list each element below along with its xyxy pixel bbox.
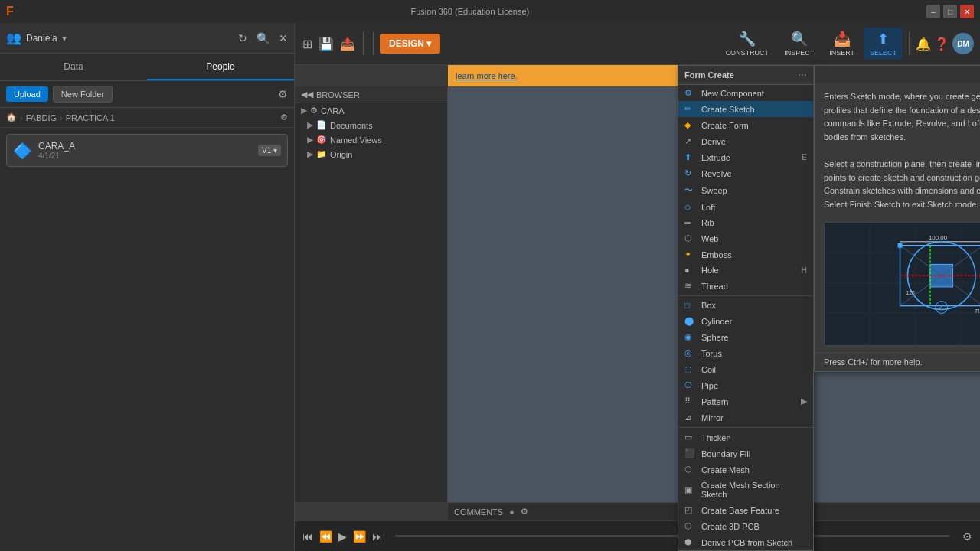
menu-item-boundary-fill[interactable]: ⬛ Boundary Fill bbox=[678, 445, 813, 461]
menu-item-pipe[interactable]: ⎔ Pipe bbox=[678, 377, 813, 393]
menu-item-rib[interactable]: ═ Rib bbox=[678, 215, 813, 230]
close-btn[interactable]: ✕ bbox=[960, 5, 974, 18]
breadcrumb-home-icon[interactable]: 🏠 bbox=[6, 112, 17, 122]
derive-pcb-label: Derive PCB from Sketch bbox=[701, 538, 792, 547]
comments-settings-icon[interactable]: ⚙ bbox=[521, 507, 528, 517]
save-icon[interactable]: 💾 bbox=[317, 35, 335, 53]
window-title: Fusion 360 (Education License) bbox=[14, 7, 926, 16]
menu-item-3d-pcb[interactable]: ⬡ Create 3D PCB bbox=[678, 518, 813, 534]
menu-item-mirror[interactable]: ⊿ Mirror bbox=[678, 409, 813, 425]
settings-icon[interactable]: ⚙ bbox=[278, 88, 288, 100]
menu-item-pattern[interactable]: ⠿ Pattern ▶ bbox=[678, 393, 813, 409]
menu-item-new-component[interactable]: ⚙ New Component bbox=[678, 85, 813, 101]
tooltip-content: Enters Sketch mode, where you create geo… bbox=[815, 83, 980, 219]
maximize-btn[interactable]: □ bbox=[943, 5, 957, 18]
emboss-icon: ✦ bbox=[684, 249, 697, 259]
breadcrumb-sep1: › bbox=[20, 113, 23, 122]
sweep-label: Sweep bbox=[701, 186, 727, 195]
menu-item-extrude[interactable]: ⬆ Extrude E bbox=[678, 149, 813, 165]
user-name[interactable]: Daniela bbox=[26, 33, 57, 44]
refresh-icon[interactable]: ↻ bbox=[238, 32, 247, 44]
menu-item-thicken[interactable]: ▭ Thicken bbox=[678, 429, 813, 445]
help-icon[interactable]: ❓ bbox=[934, 37, 949, 51]
breadcrumb-settings-icon[interactable]: ⚙ bbox=[280, 112, 288, 122]
breadcrumb-practica[interactable]: PRACTICA 1 bbox=[66, 113, 115, 122]
browser-cara-item[interactable]: ▶ ⚙ CARA bbox=[295, 103, 447, 118]
sweep-icon: 〜 bbox=[684, 184, 697, 196]
version-badge[interactable]: V1 ▾ bbox=[258, 145, 281, 156]
prev-start-btn[interactable]: ⏮ bbox=[302, 530, 313, 543]
file-card[interactable]: 🔷 CARA_A 4/1/21 V1 ▾ bbox=[6, 134, 288, 167]
play-btn[interactable]: ▶ bbox=[338, 530, 347, 543]
svg-rect-13 bbox=[825, 223, 980, 346]
menu-item-revolve[interactable]: ↻ Revolve bbox=[678, 165, 813, 181]
learn-more-link[interactable]: learn more here. bbox=[456, 71, 518, 80]
menu-item-mesh-section-sketch[interactable]: ▣ Create Mesh Section Sketch bbox=[678, 478, 813, 502]
browser-origin-item[interactable]: ▶ 📁 Origin bbox=[295, 147, 447, 161]
menu-item-thread[interactable]: ≋ Thread bbox=[678, 278, 813, 294]
minimize-btn[interactable]: – bbox=[926, 5, 940, 18]
main-layout: 👥 Daniela ▾ ↻ 🔍 ✕ Data People Upload New… bbox=[0, 23, 980, 551]
menu-item-torus[interactable]: ◎ Torus bbox=[678, 345, 813, 361]
mirror-icon: ⊿ bbox=[684, 412, 697, 422]
dropdown-menu: Form Create ⋯ ⚙ New Component ✏ Create S… bbox=[678, 65, 814, 551]
menu-item-coil[interactable]: ◌ Coil bbox=[678, 361, 813, 377]
menu-header: Form Create ⋯ bbox=[678, 66, 813, 85]
menu-item-cylinder[interactable]: ⬤ Cylinder bbox=[678, 313, 813, 329]
breadcrumb: 🏠 › FABDIG › PRACTICA 1 ⚙ bbox=[0, 108, 294, 128]
export-icon[interactable]: 📤 bbox=[338, 35, 357, 53]
menu-item-sphere[interactable]: ◉ Sphere bbox=[678, 329, 813, 345]
views-icon: 🎯 bbox=[316, 135, 327, 145]
insert-group[interactable]: 📥 INSERT bbox=[823, 28, 861, 60]
menu-item-hole[interactable]: ● Hole H bbox=[678, 262, 813, 278]
base-feature-icon: ◰ bbox=[684, 505, 697, 515]
search-icon[interactable]: 🔍 bbox=[256, 32, 270, 44]
menu-item-derive-pcb[interactable]: ⬢ Derive PCB from Sketch bbox=[678, 534, 813, 550]
grid-view-icon[interactable]: ⊞ bbox=[301, 35, 314, 53]
browser-named-views-item[interactable]: ▶ 🎯 Named Views bbox=[295, 132, 447, 147]
select-group[interactable]: ⬆ SELECT bbox=[864, 28, 903, 60]
mesh-section-icon: ▣ bbox=[684, 485, 697, 495]
design-button[interactable]: DESIGN ▾ bbox=[380, 34, 440, 54]
close-panel-icon[interactable]: ✕ bbox=[279, 32, 288, 44]
loft-label: Loft bbox=[701, 203, 715, 212]
menu-item-sweep[interactable]: 〜 Sweep bbox=[678, 181, 813, 199]
next-btn[interactable]: ⏩ bbox=[353, 530, 366, 543]
playback-settings-icon[interactable]: ⚙ bbox=[962, 530, 972, 543]
menu-item-create-sketch[interactable]: ✏ Create Sketch bbox=[678, 101, 813, 117]
menu-item-web[interactable]: ⬡ Web bbox=[678, 230, 813, 246]
construct-group[interactable]: 🔧 CONSTRUCT bbox=[720, 28, 776, 60]
menu-item-derive[interactable]: ↗ Derive bbox=[678, 133, 813, 149]
user-dropdown-icon[interactable]: ▾ bbox=[62, 33, 67, 44]
web-label: Web bbox=[701, 234, 718, 243]
menu-item-emboss[interactable]: ✦ Emboss bbox=[678, 246, 813, 262]
menu-item-loft[interactable]: ◇ Loft bbox=[678, 199, 813, 215]
create-mesh-label: Create Mesh bbox=[701, 465, 750, 474]
menu-item-create-mesh[interactable]: ⬡ Create Mesh bbox=[678, 461, 813, 478]
tab-data[interactable]: Data bbox=[0, 54, 147, 80]
browser-documents-item[interactable]: ▶ 📄 Documents bbox=[295, 118, 447, 132]
next-end-btn[interactable]: ⏭ bbox=[372, 530, 383, 543]
toolbar-separator bbox=[363, 32, 364, 55]
pattern-icon: ⠿ bbox=[684, 396, 697, 406]
user-avatar[interactable]: DM bbox=[952, 33, 974, 54]
menu-item-box[interactable]: □ Box bbox=[678, 298, 813, 313]
new-folder-button[interactable]: New Folder bbox=[53, 86, 113, 103]
breadcrumb-fabdig[interactable]: FABDIG bbox=[26, 113, 57, 122]
upload-button[interactable]: Upload bbox=[6, 86, 48, 102]
origin-folder-icon: 📁 bbox=[316, 149, 327, 159]
tab-people[interactable]: People bbox=[147, 54, 294, 80]
timeline-track[interactable] bbox=[395, 535, 950, 537]
menu-item-base-feature[interactable]: ◰ Create Base Feature bbox=[678, 502, 813, 518]
file-name: CARA_A bbox=[38, 141, 252, 152]
prev-btn[interactable]: ⏪ bbox=[319, 530, 332, 543]
svg-text:✓: ✓ bbox=[938, 305, 944, 312]
mesh-section-label: Create Mesh Section Sketch bbox=[701, 481, 807, 499]
revolve-icon: ↻ bbox=[684, 168, 697, 178]
browser-header[interactable]: ◀◀ BROWSER bbox=[295, 86, 447, 103]
inspect-group[interactable]: 🔍 INSPECT bbox=[778, 28, 820, 60]
notification-icon[interactable]: 🔔 bbox=[916, 37, 931, 51]
documents-label: Documents bbox=[330, 121, 373, 130]
menu-more-icon[interactable]: ⋯ bbox=[798, 70, 807, 80]
menu-item-create-form[interactable]: ◆ Create Form bbox=[678, 117, 813, 133]
